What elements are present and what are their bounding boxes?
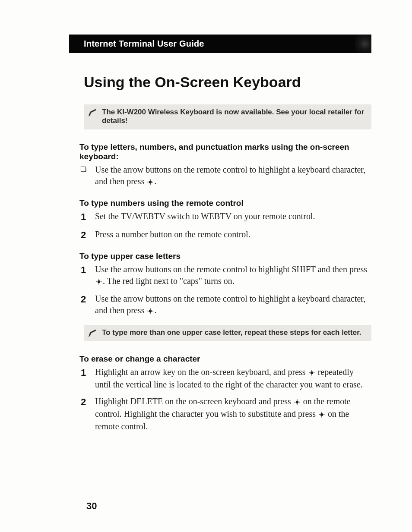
note-box-availability: The KI-W200 Wireless Keyboard is now ava… — [84, 104, 371, 129]
list-item: 1 Set the TV/WEBTV switch to WEBTV on yo… — [79, 211, 371, 224]
step-text: Set the TV/WEBTV switch to WEBTV on your… — [95, 211, 371, 224]
page-content: Internet Terminal User Guide Using the O… — [69, 35, 371, 440]
step-number: 1 — [79, 366, 87, 390]
note-box-repeat: To type more than one upper case letter,… — [84, 325, 371, 341]
page-title: Using the On-Screen Keyboard — [84, 74, 371, 91]
step-text: Press a number button on the remote cont… — [95, 229, 371, 242]
note-text: The KI-W200 Wireless Keyboard is now ava… — [102, 108, 366, 125]
go-icon — [294, 397, 300, 408]
step-number: 2 — [79, 293, 87, 317]
list-item: 1 Use the arrow buttons on the remote co… — [79, 264, 371, 288]
step-text: Highlight an arrow key on the on-screen … — [95, 366, 371, 390]
header-title: Internet Terminal User Guide — [84, 39, 204, 48]
step-number: 1 — [79, 211, 87, 224]
step-text: Highlight DELETE on the on-screen keyboa… — [95, 396, 371, 432]
note-text: To type more than one upper case letter,… — [102, 328, 361, 337]
steps-list: 1 Set the TV/WEBTV switch to WEBTV on yo… — [79, 211, 371, 241]
go-icon — [96, 276, 102, 288]
steps-list: 1 Highlight an arrow key on the on-scree… — [79, 366, 371, 432]
step-number: 2 — [79, 396, 87, 432]
list-item: 1 Highlight an arrow key on the on-scree… — [79, 366, 371, 390]
go-icon — [147, 176, 153, 188]
step-number: 2 — [79, 229, 87, 242]
header-bar: Internet Terminal User Guide — [69, 35, 371, 53]
list-item: ❏ Use the arrow buttons on the remote co… — [79, 164, 371, 188]
bullet-list: ❏ Use the arrow buttons on the remote co… — [79, 164, 371, 188]
go-icon — [319, 409, 325, 421]
pen-icon — [88, 329, 98, 337]
section-heading-uppercase: To type upper case letters — [79, 252, 371, 261]
step-text: Use the arrow buttons on the remote cont… — [95, 264, 371, 288]
list-item: 2 Use the arrow buttons on the remote co… — [79, 293, 371, 317]
list-item: 2 Highlight DELETE on the on-screen keyb… — [79, 396, 371, 432]
step-text: Use the arrow buttons on the remote cont… — [95, 293, 371, 317]
section-heading-erase: To erase or change a character — [79, 354, 371, 364]
page-number: 30 — [86, 501, 97, 512]
pen-icon — [88, 109, 98, 116]
section-heading-typing: To type letters, numbers, and punctuatio… — [79, 142, 371, 161]
section-heading-numbers: To type numbers using the remote control — [79, 198, 371, 208]
steps-list: 1 Use the arrow buttons on the remote co… — [79, 264, 371, 317]
go-icon — [309, 367, 315, 379]
go-icon — [147, 305, 153, 317]
list-item: 2 Press a number button on the remote co… — [79, 229, 371, 242]
bullet-text: Use the arrow buttons on the remote cont… — [95, 164, 371, 188]
step-number: 1 — [79, 264, 87, 288]
bullet-icon: ❏ — [79, 164, 87, 188]
